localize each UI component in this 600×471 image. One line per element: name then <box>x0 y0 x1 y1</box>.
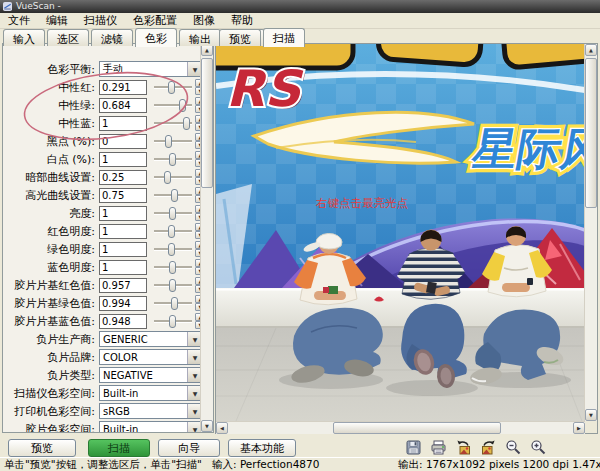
field-value-input[interactable] <box>99 206 147 221</box>
field-select[interactable]: Built-in▼ <box>99 385 201 401</box>
preview-vertical-scrollbar[interactable]: ▲ ▼ <box>584 44 597 421</box>
slider-thumb[interactable] <box>183 117 190 130</box>
color-fields-list: 色彩平衡:手动▼中性红:▲▼中性绿:▲▼中性蓝:▲▼黑点 (%):▲▼白点 (%… <box>3 44 201 432</box>
field-select[interactable]: Built-in▼ <box>99 421 201 432</box>
field-label: 色彩平衡: <box>3 62 95 77</box>
rotate-right-icon[interactable] <box>479 439 497 457</box>
field-slider[interactable] <box>154 81 192 94</box>
tab-选区[interactable]: 选区 <box>47 29 89 46</box>
chevron-down-icon[interactable]: ▼ <box>187 332 201 346</box>
slider-thumb[interactable] <box>169 315 176 328</box>
zoom-in-icon[interactable] <box>529 439 547 457</box>
预览-button[interactable]: 预览 <box>8 439 76 457</box>
field-select[interactable]: 手动▼ <box>99 61 201 77</box>
scanned-photo-graphic: RS RS 星际风 星际风 <box>216 44 585 421</box>
status-hint: 单击"预览"按钮，调整选区后，单击"扫描" <box>0 458 208 471</box>
slider-thumb[interactable] <box>171 297 178 310</box>
field-value-input[interactable] <box>99 134 147 149</box>
print-icon[interactable] <box>429 439 447 457</box>
chevron-down-icon[interactable]: ▼ <box>187 386 201 400</box>
field-value-input[interactable] <box>99 170 147 185</box>
field-slider[interactable] <box>154 99 192 112</box>
field-value-input[interactable] <box>99 224 147 239</box>
settings-scrollbar[interactable]: ▲ ▼ <box>200 44 213 432</box>
field-value-input[interactable] <box>99 314 147 329</box>
tab-输入[interactable]: 输入 <box>3 29 45 46</box>
scroll-down-icon[interactable]: ▼ <box>201 420 213 432</box>
field-slider[interactable] <box>154 315 192 328</box>
field-value-input[interactable] <box>99 278 147 293</box>
field-slider[interactable] <box>154 279 192 292</box>
field-label: 中性红: <box>3 80 95 95</box>
field-row: 中性绿:▲▼ <box>3 96 201 114</box>
field-value-input[interactable] <box>99 296 147 311</box>
field-slider[interactable] <box>154 135 192 148</box>
chevron-down-icon[interactable]: ▼ <box>187 62 201 76</box>
status-input-value: Perfection4870 <box>240 458 320 470</box>
scanned-image[interactable]: RS RS 星际风 星际风 <box>216 44 585 421</box>
tab-滤镜[interactable]: 滤镜 <box>91 29 133 46</box>
field-label: 胶片色彩空间: <box>3 422 95 433</box>
scroll-right-icon[interactable]: ▶ <box>573 422 585 434</box>
scroll-down-icon[interactable]: ▼ <box>585 409 597 421</box>
基本功能-button[interactable]: 基本功能 <box>228 439 296 457</box>
scroll-up-icon[interactable]: ▲ <box>585 44 597 56</box>
slider-thumb[interactable] <box>179 99 186 112</box>
field-value-input[interactable] <box>99 98 147 113</box>
scroll-left-icon[interactable]: ◀ <box>216 422 228 434</box>
field-select[interactable]: GENERIC▼ <box>99 331 201 347</box>
slider-thumb[interactable] <box>168 243 175 256</box>
tab-扫描[interactable]: 扫描 <box>263 28 305 47</box>
field-slider[interactable] <box>154 297 192 310</box>
field-label: 白点 (%): <box>3 152 95 167</box>
action-buttons: 预览扫描向导基本功能 <box>8 439 296 457</box>
scrollbar-thumb[interactable] <box>201 58 213 188</box>
status-output-label: 输出: <box>398 458 423 470</box>
field-select[interactable]: sRGB▼ <box>99 403 201 419</box>
field-select[interactable]: NEGATIVE▼ <box>99 367 201 383</box>
field-row: 高光曲线设置:▲▼ <box>3 186 201 204</box>
chevron-down-icon[interactable]: ▼ <box>187 368 201 382</box>
field-value-input[interactable] <box>99 188 147 203</box>
field-value-input[interactable] <box>99 80 147 95</box>
field-value-input[interactable] <box>99 260 147 275</box>
slider-thumb[interactable] <box>168 81 175 94</box>
zoom-out-icon[interactable] <box>504 439 522 457</box>
scrollbar-thumb[interactable] <box>333 422 501 434</box>
field-slider[interactable] <box>154 189 192 202</box>
field-value-input[interactable] <box>99 116 147 131</box>
field-slider[interactable] <box>154 153 192 166</box>
slider-thumb[interactable] <box>164 171 171 184</box>
slider-thumb[interactable] <box>169 207 176 220</box>
field-slider[interactable] <box>154 171 192 184</box>
tab-色彩[interactable]: 色彩 <box>135 28 177 47</box>
field-label: 胶片片基红色值: <box>3 278 95 293</box>
向导-button[interactable]: 向导 <box>158 439 220 457</box>
field-slider[interactable] <box>154 261 192 274</box>
scrollbar-thumb[interactable] <box>585 58 597 208</box>
slider-thumb[interactable] <box>165 135 172 148</box>
field-slider[interactable] <box>154 225 192 238</box>
save-icon[interactable] <box>404 439 422 457</box>
rotate-left-icon[interactable] <box>454 439 472 457</box>
slider-thumb[interactable] <box>169 153 176 166</box>
chevron-down-icon[interactable]: ▼ <box>187 404 201 418</box>
tab-预览[interactable]: 预览 <box>219 29 261 46</box>
field-value-input[interactable] <box>99 152 147 167</box>
field-slider[interactable] <box>154 117 192 130</box>
slider-thumb[interactable] <box>169 261 176 274</box>
field-value-input[interactable] <box>99 242 147 257</box>
field-slider[interactable] <box>154 243 192 256</box>
slider-thumb[interactable] <box>169 279 176 292</box>
field-slider[interactable] <box>154 207 192 220</box>
slider-thumb[interactable] <box>168 225 175 238</box>
field-select-value: GENERIC <box>100 334 187 345</box>
slider-thumb[interactable] <box>171 189 178 202</box>
chevron-down-icon[interactable]: ▼ <box>187 350 201 364</box>
field-select[interactable]: COLOR▼ <box>99 349 201 365</box>
扫描-button[interactable]: 扫描 <box>88 439 150 457</box>
preview-horizontal-scrollbar[interactable]: ◀ ▶ <box>216 421 585 434</box>
chevron-down-icon[interactable]: ▼ <box>187 422 201 432</box>
field-label: 负片品牌: <box>3 350 95 365</box>
tab-输出[interactable]: 输出 <box>179 29 221 46</box>
